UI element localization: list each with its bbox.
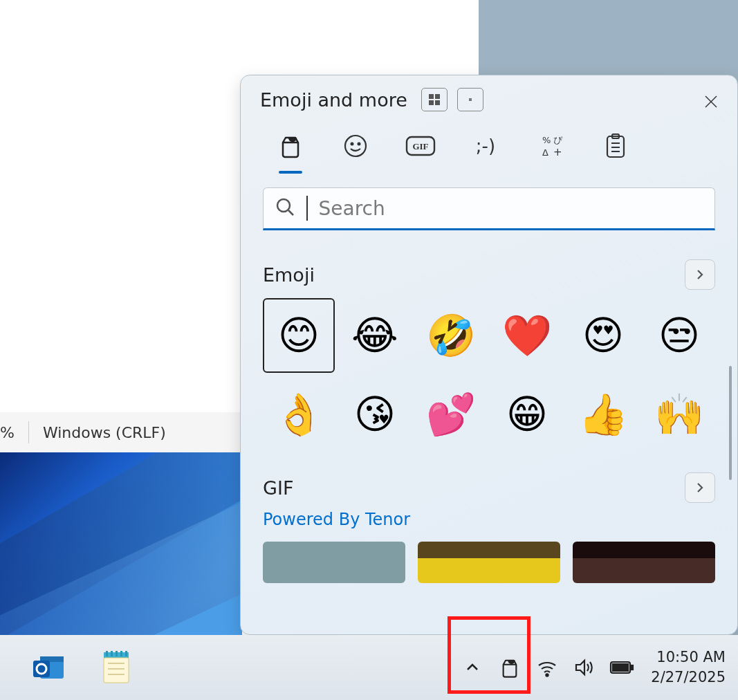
tab-gif[interactable]: GIF: [404, 129, 437, 163]
taskbar-app-outlook[interactable]: [28, 647, 69, 688]
svg-marker-38: [576, 661, 584, 674]
compact-view-toggle[interactable]: [457, 88, 483, 111]
tab-symbols[interactable]: %ぴΔ+: [534, 129, 567, 163]
svg-rect-3: [435, 100, 440, 105]
svg-rect-32: [106, 651, 108, 656]
svg-point-9: [358, 143, 360, 145]
battery-icon[interactable]: [609, 655, 634, 680]
divider: [28, 421, 29, 443]
tab-clipboard[interactable]: [599, 129, 632, 163]
emoji-smiling-face-blush[interactable]: 😊: [263, 298, 335, 373]
text-cursor: [306, 196, 308, 221]
svg-rect-35: [120, 651, 122, 656]
svg-text:ぴ: ぴ: [553, 135, 563, 145]
gif-expand-button[interactable]: [685, 472, 715, 503]
tray-emoji-icon[interactable]: [497, 655, 522, 680]
date-text: 2/27/2025: [651, 667, 726, 688]
emoji-section-title: Emoji: [263, 264, 315, 286]
svg-text:%: %: [542, 135, 551, 145]
svg-rect-2: [429, 100, 434, 105]
svg-rect-34: [116, 651, 118, 656]
line-ending-indicator: Windows (CRLF): [43, 424, 166, 441]
svg-rect-4: [469, 98, 472, 101]
svg-rect-41: [613, 664, 628, 671]
tab-kaomoji[interactable]: ;-): [469, 129, 502, 163]
category-tabs: GIF ;-) %ぴΔ+: [241, 120, 737, 168]
clock[interactable]: 10:50 AM 2/27/2025: [651, 647, 726, 688]
svg-rect-40: [631, 665, 633, 670]
tray-overflow-icon[interactable]: [460, 655, 485, 680]
svg-text:GIF: GIF: [412, 141, 428, 151]
emoji-grinning-face[interactable]: 😁: [491, 377, 563, 452]
tab-emoji[interactable]: [339, 129, 372, 163]
emoji-unamused-face[interactable]: 😒: [643, 298, 715, 373]
notepad-status-bar: % Windows (CRLF): [0, 412, 242, 452]
emoji-face-blowing-kiss[interactable]: 😘: [339, 377, 411, 452]
grid-view-toggle[interactable]: [421, 88, 448, 111]
svg-text:Δ: Δ: [542, 147, 548, 158]
taskbar-app-notepad[interactable]: [95, 647, 137, 688]
taskbar: 10:50 AM 2/27/2025: [0, 635, 738, 700]
gif-thumbnail-1[interactable]: [263, 542, 405, 583]
svg-point-8: [351, 143, 353, 145]
emoji-raising-hands[interactable]: 🙌: [643, 377, 715, 452]
scrollbar-thumb[interactable]: [729, 366, 732, 480]
gif-thumbnail-2[interactable]: [418, 542, 560, 583]
tab-recent[interactable]: [274, 129, 307, 163]
svg-point-37: [546, 674, 548, 676]
svg-rect-1: [435, 94, 440, 99]
svg-rect-33: [111, 651, 113, 656]
svg-rect-28: [104, 658, 129, 683]
search-input[interactable]: [319, 197, 704, 220]
svg-point-7: [345, 136, 366, 156]
time-text: 10:50 AM: [651, 647, 726, 667]
svg-line-22: [288, 210, 293, 215]
emoji-face-tears-of-joy[interactable]: 😂: [339, 298, 411, 373]
gif-thumbnail-3[interactable]: [573, 542, 715, 583]
svg-rect-0: [429, 94, 434, 99]
emoji-expand-button[interactable]: [685, 259, 715, 290]
zoom-suffix: %: [0, 424, 15, 441]
search-box[interactable]: [263, 187, 715, 230]
desktop-wallpaper: [0, 452, 242, 635]
svg-text:+: +: [553, 146, 562, 158]
svg-rect-36: [125, 651, 127, 656]
gif-powered-by: Powered By Tenor: [263, 510, 715, 529]
search-icon: [275, 196, 295, 220]
emoji-ok-hand[interactable]: 👌: [263, 377, 335, 452]
panel-title: Emoji and more: [260, 89, 407, 111]
svg-point-21: [277, 199, 290, 212]
emoji-two-hearts[interactable]: 💕: [415, 377, 487, 452]
emoji-thumbs-up[interactable]: 👍: [567, 377, 639, 452]
emoji-grid: 😊😂🤣❤️😍😒👌😘💕😁👍🙌: [263, 298, 715, 452]
wifi-icon[interactable]: [535, 655, 560, 680]
gif-section-title: GIF: [263, 477, 293, 499]
emoji-panel: Emoji and more GIF ;-) %ぴΔ+: [240, 75, 738, 635]
emoji-heart-eyes[interactable]: 😍: [567, 298, 639, 373]
emoji-red-heart[interactable]: ❤️: [491, 298, 563, 373]
emoji-rolling-on-floor-laughing[interactable]: 🤣: [415, 298, 487, 373]
close-button[interactable]: [700, 91, 722, 113]
volume-icon[interactable]: [572, 655, 597, 680]
